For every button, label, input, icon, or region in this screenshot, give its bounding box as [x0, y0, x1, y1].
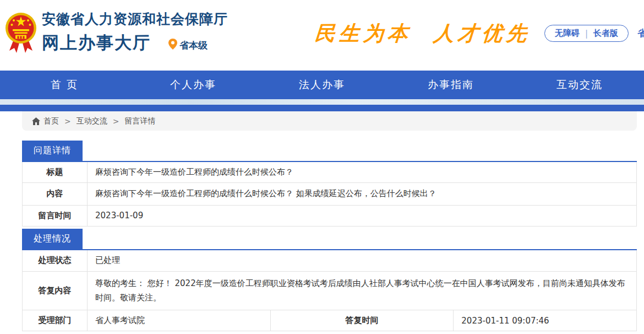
- nav-item-legal[interactable]: 法人办事: [258, 71, 386, 99]
- home-icon: [32, 117, 40, 125]
- row-label: 答复时间: [270, 310, 454, 331]
- site-titles: 安徽省人力资源和社会保障厅 网上办事大厅 省本级: [42, 10, 228, 55]
- handling-table: 处理状态 已处理 答复内容 尊敬的考生： 您好！ 2022年度一级造价工程师职业…: [22, 249, 637, 332]
- breadcrumb-home[interactable]: 首页: [43, 116, 59, 126]
- main-nav: 首 页 个人办事 法人办事 办事指南 互动交流: [0, 71, 644, 99]
- question-detail-section: 问题详情 标题 麻烦咨询下今年一级造价工程师的成绩什么时候公布？ 内容 麻烦咨询…: [22, 141, 637, 227]
- nav-item-home[interactable]: 首 页: [0, 71, 129, 99]
- portal-name: 网上办事大厅: [42, 31, 151, 55]
- elder-version-button[interactable]: 长者版: [593, 28, 618, 39]
- dept-value: 省人事考试院: [88, 310, 271, 331]
- reply-time-value: 2023-01-11 09:07:46: [454, 310, 637, 331]
- nav-item-guide[interactable]: 办事指南: [386, 71, 515, 99]
- reply-content: 尊敬的考生： 您好！ 2022年度一级造价工程师职业资格考试考后成绩由人社部人事…: [88, 272, 637, 310]
- row-value: 2023-01-09: [88, 205, 637, 226]
- handling-section-title: 处理情况: [22, 229, 83, 249]
- breadcrumb-separator: >: [64, 117, 71, 126]
- accessibility-button[interactable]: 无障碍: [555, 28, 580, 39]
- breadcrumb-current: 留言详情: [124, 116, 155, 126]
- status-value: 已处理: [88, 250, 637, 272]
- pill-separator: |: [585, 29, 588, 39]
- decorative-strip-blue: [0, 105, 644, 111]
- site-header: 安徽省人力资源和社会保障厅 网上办事大厅 省本级 民生为本 人才优先 无障碍 |…: [0, 0, 644, 71]
- row-value: 麻烦咨询下今年一级造价工程师的成绩什么时候公布？: [88, 161, 637, 182]
- breadcrumb-interaction[interactable]: 互动交流: [77, 116, 107, 126]
- table-row: 留言时间 2023-01-09: [23, 205, 637, 226]
- table-row: 内容 麻烦咨询下今年一级造价工程师的成绩什么时候公布？ 如果成绩延迟公布，公告什…: [23, 182, 637, 205]
- table-row: 受理部门 省人事考试院 答复时间 2023-01-11 09:07:46: [23, 310, 637, 331]
- decorative-strip-light: [0, 99, 644, 105]
- row-label: 内容: [23, 182, 88, 205]
- question-section-title: 问题详情: [22, 141, 83, 161]
- row-label: 答复内容: [23, 272, 88, 310]
- accessibility-pill: 无障碍 | 长者版: [544, 25, 629, 42]
- handling-section: 处理情况 处理状态 已处理 答复内容 尊敬的考生： 您好！ 2022年度一级造价…: [22, 229, 637, 332]
- location-pin-icon: [168, 39, 177, 52]
- row-label: 处理状态: [23, 250, 88, 272]
- nav-item-interaction[interactable]: 互动交流: [515, 71, 644, 99]
- table-row: 标题 麻烦咨询下今年一级造价工程师的成绩什么时候公布？: [23, 161, 637, 182]
- region-selector[interactable]: 省本级: [168, 39, 208, 52]
- table-row: 处理状态 已处理: [23, 250, 637, 272]
- row-value: 麻烦咨询下今年一级造价工程师的成绩什么时候公布？ 如果成绩延迟公布，公告什么时候…: [88, 182, 637, 205]
- clipped-right-text[interactable]: 省: [637, 27, 644, 40]
- row-label: 留言时间: [23, 205, 88, 226]
- table-row: 答复内容 尊敬的考生： 您好！ 2022年度一级造价工程师职业资格考试考后成绩由…: [23, 272, 637, 310]
- breadcrumb-separator: >: [113, 117, 119, 126]
- row-label: 标题: [23, 161, 88, 182]
- breadcrumb: 首页 > 互动交流 > 留言详情: [22, 111, 637, 131]
- national-emblem-icon[interactable]: [4, 11, 37, 54]
- question-table: 标题 麻烦咨询下今年一级造价工程师的成绩什么时候公布？ 内容 麻烦咨询下今年一级…: [22, 161, 637, 227]
- row-label: 受理部门: [23, 310, 88, 331]
- slogan-calligraphy: 民生为本 人才优先: [314, 20, 531, 47]
- region-label: 省本级: [179, 39, 208, 52]
- org-name: 安徽省人力资源和社会保障厅: [42, 10, 228, 28]
- nav-item-personal[interactable]: 个人办事: [129, 71, 258, 99]
